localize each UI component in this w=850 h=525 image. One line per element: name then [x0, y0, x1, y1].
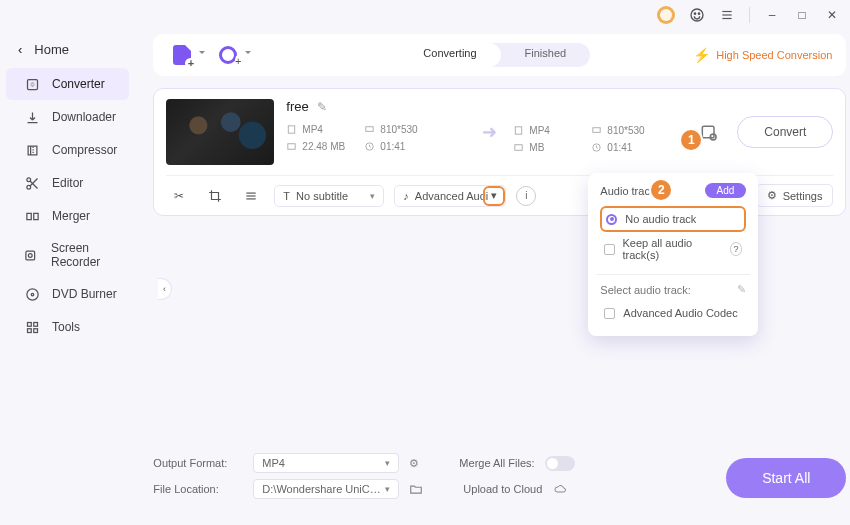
panel-title: Audio track [600, 185, 655, 197]
arrow-right-icon: ➜ [478, 121, 501, 143]
close-button[interactable]: ✕ [824, 7, 840, 23]
chevron-left-icon: ‹ [18, 42, 22, 57]
sidebar: ‹ Home Converter Downloader Compressor E… [0, 30, 143, 510]
dst-size: MB [513, 142, 591, 153]
video-thumbnail[interactable] [166, 99, 274, 165]
crop-icon[interactable] [202, 185, 228, 207]
sidebar-item-label: DVD Burner [52, 287, 117, 301]
merger-icon [24, 208, 40, 224]
sidebar-item-editor[interactable]: Editor [6, 167, 129, 199]
svg-rect-26 [516, 127, 522, 134]
sidebar-item-label: Compressor [52, 143, 117, 157]
chevron-down-icon: ▾ [385, 458, 390, 468]
codec-option[interactable]: Advanced Audio Codec [600, 302, 746, 324]
sidebar-item-tools[interactable]: Tools [6, 311, 129, 343]
sidebar-item-label: Editor [52, 176, 83, 190]
sidebar-item-merger[interactable]: Merger [6, 200, 129, 232]
chevron-down-icon: ▾ [385, 484, 390, 494]
keep-all-label: Keep all audio track(s) [623, 237, 722, 261]
src-duration: 01:41 [364, 141, 454, 152]
topbar: Converting Finished ⚡High Speed Conversi… [153, 34, 846, 76]
audio-icon: ♪ [403, 190, 409, 202]
audio-track-panel: Audio track Add No audio track Keep all … [588, 173, 758, 336]
merge-toggle[interactable] [545, 456, 575, 471]
select-audio-title: Select audio track: [600, 284, 691, 296]
svg-rect-27 [593, 128, 600, 133]
help-icon[interactable]: ? [730, 242, 743, 256]
grid-icon [24, 319, 40, 335]
file-location-label: File Location: [153, 483, 243, 495]
cut-icon[interactable]: ✂ [166, 185, 192, 207]
subtitle-value: No subtitle [296, 190, 348, 202]
sidebar-item-screen-recorder[interactable]: Screen Recorder [6, 233, 129, 277]
maximize-button[interactable]: □ [794, 7, 810, 23]
compressor-icon [24, 142, 40, 158]
edit-name-icon[interactable]: ✎ [317, 100, 327, 114]
help-icon[interactable]: i [516, 186, 536, 206]
home-label: Home [34, 42, 69, 57]
sidebar-item-label: Screen Recorder [51, 241, 117, 269]
audio-select[interactable]: ♪ Advanced Audi ▾ [394, 185, 506, 207]
svg-rect-23 [366, 127, 373, 132]
svg-rect-30 [703, 126, 715, 138]
gear-icon: ⚙ [767, 189, 777, 202]
no-audio-label: No audio track [625, 213, 696, 225]
edit-icon[interactable]: ✎ [737, 283, 746, 296]
svg-point-17 [31, 293, 34, 296]
output-format-select[interactable]: MP4▾ [253, 453, 399, 473]
add-file-button[interactable] [167, 42, 197, 68]
format-settings-icon[interactable]: ⚙ [409, 457, 419, 470]
dst-resolution: 810*530 [591, 125, 681, 136]
cloud-icon[interactable] [552, 483, 568, 495]
audio-dropdown-caret[interactable]: ▾ [483, 186, 505, 206]
folder-icon[interactable] [409, 482, 423, 496]
list-icon[interactable] [238, 185, 264, 207]
svg-rect-18 [27, 322, 31, 326]
dst-duration: 01:41 [591, 142, 681, 153]
download-icon [24, 109, 40, 125]
dst-format: MP4 [513, 125, 591, 136]
sidebar-item-label: Tools [52, 320, 80, 334]
sidebar-item-downloader[interactable]: Downloader [6, 101, 129, 133]
codec-label: Advanced Audio Codec [623, 307, 737, 319]
svg-rect-20 [27, 328, 31, 332]
high-speed-toggle[interactable]: ⚡High Speed Conversion [693, 47, 832, 63]
svg-point-15 [28, 253, 32, 257]
tab-converting[interactable]: Converting [399, 43, 500, 67]
radio-on-icon [606, 214, 617, 225]
add-disc-button[interactable] [213, 42, 243, 68]
checkbox-icon [604, 244, 614, 255]
output-format-value: MP4 [262, 457, 285, 469]
support-icon[interactable] [689, 7, 705, 23]
scissors-icon [24, 175, 40, 191]
svg-rect-19 [33, 322, 37, 326]
user-avatar[interactable] [657, 6, 675, 24]
minimize-button[interactable]: – [764, 7, 780, 23]
settings-label: Settings [783, 190, 823, 202]
svg-rect-22 [289, 126, 295, 133]
menu-icon[interactable] [719, 7, 735, 23]
add-audio-button[interactable]: Add [705, 183, 747, 198]
convert-button[interactable]: Convert [737, 116, 833, 148]
sidebar-item-label: Converter [52, 77, 105, 91]
start-all-button[interactable]: Start All [726, 458, 846, 498]
src-resolution: 810*530 [364, 124, 454, 135]
upload-cloud-label: Upload to Cloud [463, 483, 542, 495]
file-location-select[interactable]: D:\Wondershare UniConverter 1▾ [253, 479, 399, 499]
sidebar-item-dvd-burner[interactable]: DVD Burner [6, 278, 129, 310]
svg-rect-28 [515, 145, 522, 151]
settings-button[interactable]: ⚙Settings [756, 184, 834, 207]
no-audio-option[interactable]: No audio track [600, 206, 746, 232]
tab-finished[interactable]: Finished [501, 43, 591, 67]
keep-all-option[interactable]: Keep all audio track(s) ? [600, 232, 746, 266]
subtitle-select[interactable]: TNo subtitle▾ [274, 185, 384, 207]
svg-rect-24 [288, 144, 295, 150]
sidebar-item-label: Downloader [52, 110, 116, 124]
file-plus-icon [173, 45, 191, 65]
output-format-label: Output Format: [153, 457, 243, 469]
sidebar-item-converter[interactable]: Converter [6, 68, 129, 100]
bolt-icon: ⚡ [693, 47, 710, 63]
back-home[interactable]: ‹ Home [0, 38, 135, 67]
sidebar-item-compressor[interactable]: Compressor [6, 134, 129, 166]
file-name: free [286, 99, 308, 114]
